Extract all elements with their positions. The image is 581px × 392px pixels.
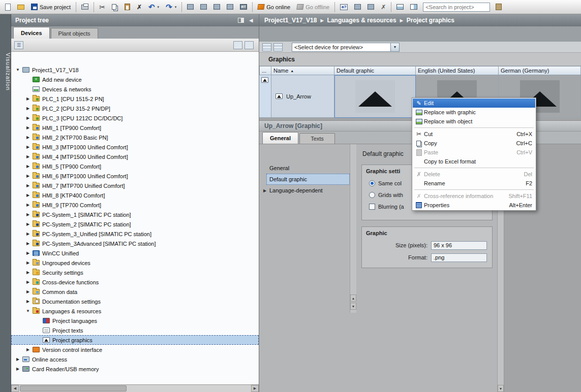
collapse-panel-icon[interactable]: ◀ <box>248 17 255 23</box>
expand-icon[interactable]: ▶ <box>14 367 21 371</box>
tree-item-hmi-8-ktp400-comfort[interactable]: ▶HMI_8 [KTP400 Comfort] <box>11 190 259 200</box>
new-project-button[interactable] <box>2 2 14 13</box>
column-header-english-united-states[interactable]: English (United States) <box>416 66 499 75</box>
radio-grids-with[interactable] <box>369 192 375 198</box>
expand-icon[interactable]: ▶ <box>24 125 32 130</box>
open-project-button[interactable] <box>14 2 27 13</box>
tree-item-ungrouped-devices[interactable]: ▶Ungrouped devices <box>11 258 259 268</box>
expand-icon[interactable]: ▶ <box>24 96 32 101</box>
column-header-german-germany[interactable]: German (Germany) <box>499 66 581 75</box>
radio-same-col[interactable] <box>369 180 375 186</box>
tree-item-add-new-device[interactable]: +Add new device <box>11 75 259 84</box>
menu-item-replace-with-graphic[interactable]: Replace with graphic <box>413 108 535 117</box>
split-editor-horizontal-button[interactable] <box>393 2 407 13</box>
tree-item-security-settings[interactable]: ▶Security settings <box>11 268 259 277</box>
expand-icon[interactable]: ▶ <box>24 203 32 207</box>
tree-item-cross-device-functions[interactable]: ▶Cross-device functions <box>11 277 259 287</box>
cross-references-button[interactable]: ✗ <box>378 2 389 13</box>
tree-item-pc-system-3advanced-simatic-pc-station[interactable]: ▶PC-System_3Advanced [SIMATIC PC station… <box>11 239 259 248</box>
print-button[interactable] <box>78 2 91 13</box>
expand-icon[interactable]: ▶ <box>14 357 21 362</box>
tree-item-languages-resources[interactable]: ▼Languages & resources <box>11 306 259 316</box>
tree-item-pc-system-3-unified-simatic-pc-station[interactable]: ▶PC-System_3_Unified [SIMATIC PC station… <box>11 229 259 239</box>
tree-item-plc-1-cpu-1515-2-pn[interactable]: ▶PLC_1 [CPU 1515-2 PN] <box>11 94 259 104</box>
expand-icon[interactable]: ▶ <box>24 135 32 140</box>
nav-item-general[interactable]: General <box>266 162 350 174</box>
tree-item-plc-3-cpu-1212c-dc-dc-dc[interactable]: ▶PLC_3 [CPU 1212C DC/DC/DC] <box>11 113 259 123</box>
expand-icon[interactable]: ▶ <box>24 270 32 275</box>
expand-icon[interactable]: ▶ <box>24 260 32 265</box>
expand-icon[interactable]: ▶ <box>24 164 32 169</box>
column-header-default-graphic[interactable]: Default graphic <box>334 66 416 75</box>
menu-item-replace-with-object[interactable]: Replace with object <box>413 117 535 126</box>
expand-icon[interactable]: ▶ <box>24 193 32 198</box>
sort-tree-icon[interactable]: ☰ <box>14 41 23 49</box>
tree-item-wincc-unified[interactable]: ▶WinCC Unified <box>11 248 259 258</box>
device-info-button[interactable] <box>364 2 377 13</box>
tree-item-documentation-settings[interactable]: ▶Documentation settings <box>11 297 259 306</box>
start-runtime-button[interactable]: RT <box>237 2 250 13</box>
breadcrumb-item-project-graphics[interactable]: Project graphics <box>407 17 454 24</box>
table-view-icon[interactable] <box>262 43 271 51</box>
tree-item-hmi-7-mtp700-unified-comfort[interactable]: ▶HMI_7 [MTP700 Unified Comfort] <box>11 181 259 190</box>
copy-button[interactable] <box>109 2 121 13</box>
tree-item-pc-system-1-simatic-pc-station[interactable]: ▶PC-System_1 [SIMATIC PC station] <box>11 210 259 219</box>
expand-icon[interactable]: ▶ <box>263 188 267 193</box>
nav-item-language-dependent[interactable]: ▶Language-dependent <box>266 185 350 196</box>
scroll-up-icon[interactable]: ▲ <box>350 295 356 302</box>
device-preview-select[interactable]: <Select device for preview> ▼ <box>292 43 400 52</box>
expand-icon[interactable]: ▶ <box>24 241 32 246</box>
split-editor-vertical-button[interactable] <box>407 2 420 13</box>
search-input[interactable] <box>423 3 490 12</box>
download-to-device-button[interactable] <box>197 2 210 13</box>
compile-button[interactable] <box>184 2 197 13</box>
start-simulation-button[interactable] <box>224 2 236 13</box>
tree-item-devices-networks[interactable]: Devices & networks <box>11 84 259 94</box>
field-input-format[interactable]: .png <box>431 253 487 262</box>
tree-item-card-reader-usb-memory[interactable]: ▶Card Reader/USB memory <box>11 364 259 374</box>
expand-icon[interactable]: ▶ <box>24 145 32 149</box>
column-header-[interactable]: ... <box>259 66 271 75</box>
column-header-name[interactable]: Name▲ <box>271 66 334 75</box>
chevron-down-icon[interactable]: ▾ <box>158 5 160 9</box>
upload-from-device-button[interactable] <box>210 2 223 13</box>
menu-item-copy[interactable]: CopyCtrl+C <box>413 139 535 148</box>
tree-item-hmi-2-ktp700-basic-pn[interactable]: ▶HMI_2 [KTP700 Basic PN] <box>11 133 259 142</box>
scrollbar-thumb[interactable] <box>20 385 127 391</box>
tree-item-hmi-4-mtp1500-unified-comfort[interactable]: ▶HMI_4 [MTP1500 Unified Comfort] <box>11 152 259 161</box>
scroll-left-icon[interactable]: ◀ <box>11 385 19 392</box>
chevron-down-icon[interactable]: ▾ <box>175 5 177 9</box>
tree-item-project-languages[interactable]: Project languages <box>11 316 259 325</box>
paste-button[interactable] <box>121 2 133 13</box>
nav-item-default-graphic[interactable]: Default graphic <box>266 174 350 185</box>
diagnostics-button[interactable]: a? <box>337 2 351 13</box>
menu-item-rename[interactable]: RenameF2 <box>413 179 535 188</box>
expand-icon[interactable]: ▶ <box>24 251 32 255</box>
breadcrumb-item-languages-resources[interactable]: Languages & resources <box>327 17 396 24</box>
collapse-icon[interactable]: ▼ <box>14 68 21 72</box>
tree-item-version-control-interface[interactable]: ▶Version control interface <box>11 345 259 354</box>
preview-icon[interactable] <box>273 43 283 51</box>
go-offline-button[interactable]: Go offline <box>294 2 332 13</box>
list-view-icon[interactable] <box>233 41 242 49</box>
tree-item-plc-2-cpu-315-2-pn-dp[interactable]: ▶PLC_2 [CPU 315-2 PN/DP] <box>11 104 259 113</box>
tree-item-hmi-5-tp900-comfort[interactable]: ▶HMI_5 [TP900 Comfort] <box>11 161 259 171</box>
field-input-size-pixels[interactable]: 96 x 96 <box>431 241 487 250</box>
float-panel-icon[interactable] <box>237 17 244 23</box>
expand-icon[interactable]: ▶ <box>24 106 32 111</box>
scroll-down-icon[interactable]: ▼ <box>498 385 504 392</box>
tree-item-hmi-9-tp700-comfort[interactable]: ▶HMI_9 [TP700 Comfort] <box>11 200 259 210</box>
tree-item-project1-v17-v18[interactable]: ▼Project1_V17_V18 <box>11 65 259 75</box>
menu-item-copy-to-excel-format[interactable]: Copy to Excel format <box>413 157 535 166</box>
tree-item-hmi-1-tp900-comfort[interactable]: ▶HMI_1 [TP900 Comfort] <box>11 123 259 133</box>
row-object-cell[interactable] <box>259 75 271 118</box>
delete-button[interactable]: ✗ <box>134 2 145 13</box>
expand-icon[interactable]: ▶ <box>24 347 32 352</box>
expand-icon[interactable]: ▶ <box>24 280 32 284</box>
expand-icon[interactable]: ▶ <box>24 212 32 217</box>
expand-icon[interactable]: ▶ <box>24 222 32 226</box>
scroll-down-icon[interactable]: ▼ <box>350 303 356 310</box>
menu-item-properties[interactable]: PropertiesAlt+Enter <box>413 201 535 210</box>
expand-icon[interactable]: ▶ <box>24 183 32 188</box>
expand-icon[interactable]: ▶ <box>24 174 32 178</box>
